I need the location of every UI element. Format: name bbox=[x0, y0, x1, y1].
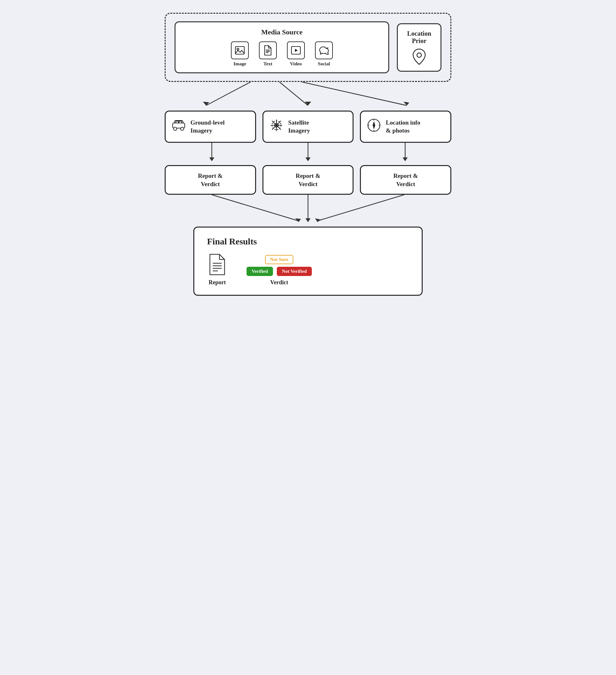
location-prior-box: LocationPrior bbox=[397, 23, 441, 72]
svg-point-15 bbox=[174, 127, 177, 130]
not-sure-badge: Not Sure bbox=[265, 255, 293, 264]
report-verdict-label-2: Report &Verdict bbox=[295, 172, 321, 188]
social-label: Social bbox=[318, 61, 330, 67]
final-results-content: Report Not Sure Verified Not Verified Ve… bbox=[207, 253, 409, 286]
image-media-item: Image bbox=[231, 42, 249, 67]
report-verdict-box-1: Report &Verdict bbox=[165, 165, 256, 195]
middle-row: Ground-levelImagery SatelliteImagery bbox=[165, 110, 451, 143]
report-verdict-label-3: Report &Verdict bbox=[393, 172, 418, 188]
ground-level-title: Ground-levelImagery bbox=[190, 119, 225, 135]
verified-badge: Verified bbox=[247, 267, 273, 276]
svg-rect-17 bbox=[176, 121, 178, 123]
svg-point-7 bbox=[417, 53, 421, 57]
compass-icon bbox=[367, 118, 381, 136]
video-icon bbox=[287, 42, 305, 59]
svg-line-8 bbox=[206, 82, 251, 105]
svg-marker-26 bbox=[373, 121, 375, 129]
not-verified-badge: Not Verified bbox=[277, 267, 312, 276]
social-media-item: Social bbox=[315, 42, 333, 67]
location-info-box: Location info& photos bbox=[360, 110, 451, 143]
svg-marker-9 bbox=[203, 102, 209, 105]
location-pin-icon bbox=[412, 49, 426, 65]
media-source-title: Media Source bbox=[261, 28, 302, 36]
verdict-top-row: Not Sure bbox=[265, 255, 293, 264]
final-results-box: Final Results Report Not Sure bbox=[193, 227, 423, 296]
svg-marker-34 bbox=[305, 157, 311, 161]
text-icon bbox=[259, 42, 277, 59]
report-verdict-label-1: Report &Verdict bbox=[198, 172, 223, 188]
svg-line-10 bbox=[279, 82, 308, 105]
svg-rect-0 bbox=[235, 47, 244, 54]
verdict-label: Verdict bbox=[270, 279, 288, 286]
satellite-title: SatelliteImagery bbox=[288, 119, 310, 135]
report-label: Report bbox=[209, 279, 226, 286]
satellite-imagery-box: SatelliteImagery bbox=[262, 110, 354, 143]
top-dashed-container: Media Source Image bbox=[165, 13, 451, 82]
svg-line-41 bbox=[318, 195, 404, 221]
location-prior-title: LocationPrior bbox=[407, 30, 431, 45]
final-report-section: Report bbox=[207, 253, 228, 286]
svg-marker-32 bbox=[209, 157, 214, 161]
ground-level-imagery-box: Ground-levelImagery bbox=[165, 110, 256, 143]
middle-to-report-arrows bbox=[165, 143, 451, 165]
converge-arrows-svg bbox=[165, 195, 451, 227]
svg-marker-6 bbox=[295, 49, 298, 52]
location-info-title: Location info& photos bbox=[386, 119, 420, 135]
svg-rect-18 bbox=[179, 121, 182, 123]
satellite-icon bbox=[269, 118, 284, 136]
report-verdict-box-3: Report &Verdict bbox=[360, 165, 451, 195]
video-label: Video bbox=[290, 61, 302, 67]
report-verdict-box-2: Report &Verdict bbox=[262, 165, 354, 195]
main-diagram: Media Source Image bbox=[165, 13, 451, 296]
svg-point-16 bbox=[181, 127, 184, 130]
top-arrows-svg bbox=[165, 82, 451, 110]
image-icon bbox=[231, 42, 249, 59]
media-source-icons: Image Text bbox=[231, 42, 333, 67]
text-media-item: Text bbox=[259, 42, 277, 67]
svg-marker-40 bbox=[305, 218, 311, 222]
final-results-title: Final Results bbox=[207, 236, 409, 247]
social-icon bbox=[315, 42, 333, 59]
car-icon bbox=[171, 119, 186, 134]
media-source-box: Media Source Image bbox=[175, 21, 389, 73]
verdict-badges: Not Sure Verified Not Verified bbox=[247, 255, 312, 276]
video-media-item: Video bbox=[287, 42, 305, 67]
final-verdict-section: Not Sure Verified Not Verified Verdict bbox=[247, 255, 312, 286]
report-document-icon bbox=[207, 253, 228, 276]
svg-marker-36 bbox=[403, 157, 408, 161]
svg-marker-42 bbox=[315, 218, 321, 222]
verdict-bottom-row: Verified Not Verified bbox=[247, 267, 312, 276]
svg-line-37 bbox=[212, 195, 298, 221]
report-row: Report &Verdict Report &Verdict Report &… bbox=[165, 165, 451, 195]
image-label: Image bbox=[234, 61, 246, 67]
text-label: Text bbox=[263, 61, 272, 67]
svg-line-12 bbox=[301, 82, 407, 105]
svg-point-1 bbox=[237, 48, 239, 50]
